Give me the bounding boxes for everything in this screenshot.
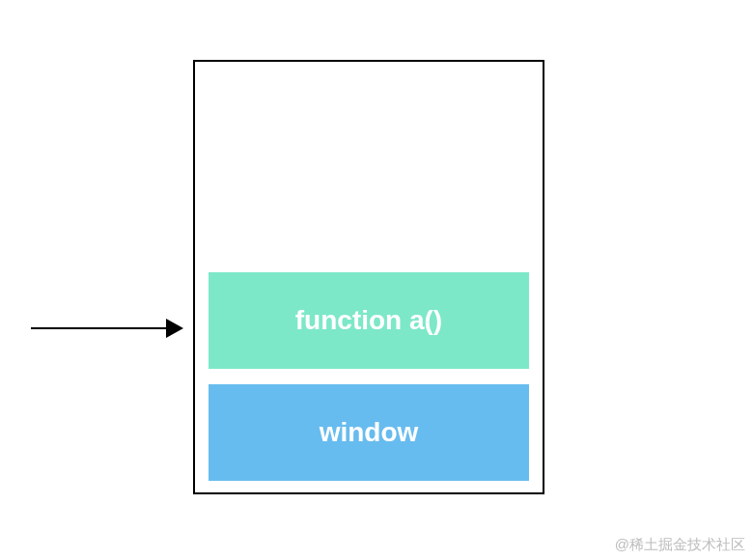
stack-frame-function-a: function a() bbox=[209, 272, 529, 369]
stack-frame-label: window bbox=[320, 417, 419, 448]
stack-frame-window: window bbox=[209, 384, 529, 481]
arrow-head-icon bbox=[166, 319, 183, 338]
stack-frame-label: function a() bbox=[295, 305, 442, 336]
arrow-line bbox=[31, 327, 168, 329]
call-stack-container: function a() window bbox=[193, 60, 544, 494]
watermark-text: @稀土掘金技术社区 bbox=[615, 536, 745, 554]
pointer-arrow bbox=[31, 319, 183, 338]
